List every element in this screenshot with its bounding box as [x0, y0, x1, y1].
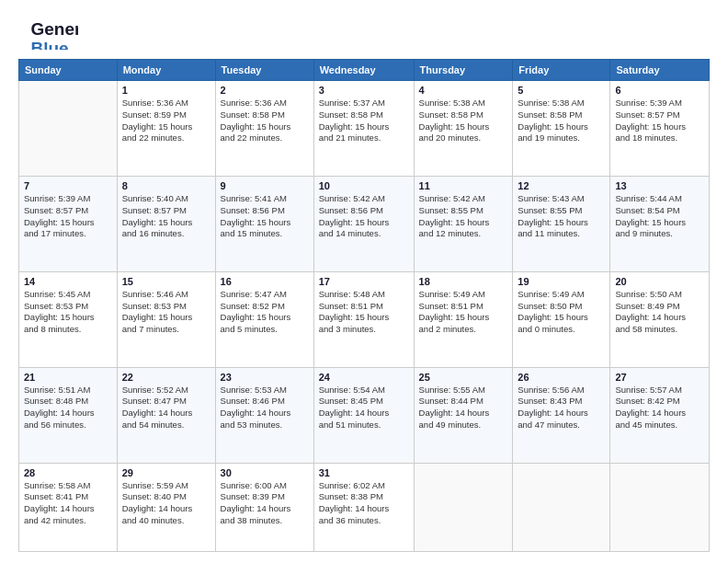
calendar-cell — [610, 463, 710, 551]
calendar-cell: 31Sunrise: 6:02 AMSunset: 8:38 PMDayligh… — [313, 463, 414, 551]
day-number: 7 — [24, 180, 112, 191]
day-number: 27 — [615, 372, 704, 383]
day-number: 28 — [24, 467, 112, 478]
day-number: 19 — [518, 276, 605, 287]
calendar-cell: 24Sunrise: 5:54 AMSunset: 8:45 PMDayligh… — [313, 367, 414, 463]
day-number: 17 — [319, 276, 409, 287]
day-info: Sunrise: 5:56 AMSunset: 8:43 PMDaylight:… — [518, 385, 605, 431]
calendar-cell: 16Sunrise: 5:47 AMSunset: 8:52 PMDayligh… — [215, 271, 313, 367]
day-info: Sunrise: 5:55 AMSunset: 8:44 PMDaylight:… — [419, 385, 508, 431]
calendar-table: SundayMondayTuesdayWednesdayThursdayFrid… — [18, 59, 710, 552]
calendar-cell: 17Sunrise: 5:48 AMSunset: 8:51 PMDayligh… — [313, 271, 414, 367]
calendar-cell: 22Sunrise: 5:52 AMSunset: 8:47 PMDayligh… — [117, 367, 215, 463]
day-info: Sunrise: 5:52 AMSunset: 8:47 PMDaylight:… — [122, 385, 210, 431]
day-number: 15 — [122, 276, 210, 287]
calendar-week-row: 7Sunrise: 5:39 AMSunset: 8:57 PMDaylight… — [19, 176, 710, 271]
day-header-thursday: Thursday — [414, 60, 513, 81]
calendar-cell: 14Sunrise: 5:45 AMSunset: 8:53 PMDayligh… — [19, 271, 118, 367]
day-number: 31 — [319, 467, 409, 478]
calendar-cell: 2Sunrise: 5:36 AMSunset: 8:58 PMDaylight… — [215, 81, 313, 177]
calendar-cell: 25Sunrise: 5:55 AMSunset: 8:44 PMDayligh… — [414, 367, 513, 463]
day-header-friday: Friday — [513, 60, 610, 81]
calendar-cell: 12Sunrise: 5:43 AMSunset: 8:55 PMDayligh… — [513, 176, 610, 271]
calendar-cell — [19, 81, 118, 177]
day-info: Sunrise: 5:41 AMSunset: 8:56 PMDaylight:… — [221, 193, 309, 240]
day-info: Sunrise: 5:53 AMSunset: 8:46 PMDaylight:… — [221, 385, 309, 431]
day-number: 13 — [615, 180, 704, 191]
calendar-cell: 13Sunrise: 5:44 AMSunset: 8:54 PMDayligh… — [610, 176, 710, 271]
calendar-cell: 23Sunrise: 5:53 AMSunset: 8:46 PMDayligh… — [215, 367, 313, 463]
day-number: 29 — [122, 467, 210, 478]
day-number: 10 — [319, 180, 409, 191]
day-number: 12 — [518, 180, 605, 191]
day-number: 6 — [615, 85, 704, 96]
calendar-cell: 18Sunrise: 5:49 AMSunset: 8:51 PMDayligh… — [414, 271, 513, 367]
calendar-cell: 3Sunrise: 5:37 AMSunset: 8:58 PMDaylight… — [313, 81, 414, 177]
calendar-cell: 5Sunrise: 5:38 AMSunset: 8:58 PMDaylight… — [513, 81, 610, 177]
day-number: 5 — [518, 85, 605, 96]
day-number: 1 — [122, 85, 210, 96]
day-info: Sunrise: 5:51 AMSunset: 8:48 PMDaylight:… — [24, 385, 112, 431]
calendar-cell — [513, 463, 610, 551]
calendar-week-row: 21Sunrise: 5:51 AMSunset: 8:48 PMDayligh… — [19, 367, 710, 463]
day-number: 20 — [615, 276, 704, 287]
calendar-cell: 21Sunrise: 5:51 AMSunset: 8:48 PMDayligh… — [19, 367, 118, 463]
day-number: 3 — [319, 85, 409, 96]
svg-text:General: General — [31, 19, 79, 39]
day-number: 25 — [419, 372, 508, 383]
day-info: Sunrise: 5:49 AMSunset: 8:50 PMDaylight:… — [518, 289, 605, 336]
calendar-cell: 30Sunrise: 6:00 AMSunset: 8:39 PMDayligh… — [215, 463, 313, 551]
header: General Blue — [18, 15, 710, 50]
day-info: Sunrise: 5:40 AMSunset: 8:57 PMDaylight:… — [122, 193, 210, 240]
day-info: Sunrise: 5:49 AMSunset: 8:51 PMDaylight:… — [419, 289, 508, 336]
day-info: Sunrise: 5:38 AMSunset: 8:58 PMDaylight:… — [518, 98, 605, 144]
day-number: 9 — [221, 180, 309, 191]
day-info: Sunrise: 5:42 AMSunset: 8:56 PMDaylight:… — [319, 193, 409, 240]
logo: General Blue — [18, 15, 82, 50]
day-info: Sunrise: 5:45 AMSunset: 8:53 PMDaylight:… — [24, 289, 112, 336]
calendar-cell: 7Sunrise: 5:39 AMSunset: 8:57 PMDaylight… — [19, 176, 118, 271]
day-info: Sunrise: 5:36 AMSunset: 8:59 PMDaylight:… — [122, 98, 210, 144]
day-info: Sunrise: 5:36 AMSunset: 8:58 PMDaylight:… — [221, 98, 309, 144]
day-info: Sunrise: 5:37 AMSunset: 8:58 PMDaylight:… — [319, 98, 409, 144]
calendar-cell: 11Sunrise: 5:42 AMSunset: 8:55 PMDayligh… — [414, 176, 513, 271]
day-header-wednesday: Wednesday — [313, 60, 414, 81]
day-number: 16 — [221, 276, 309, 287]
day-number: 24 — [319, 372, 409, 383]
day-header-tuesday: Tuesday — [215, 60, 313, 81]
calendar-cell: 1Sunrise: 5:36 AMSunset: 8:59 PMDaylight… — [117, 81, 215, 177]
calendar-cell: 6Sunrise: 5:39 AMSunset: 8:57 PMDaylight… — [610, 81, 710, 177]
calendar-week-row: 14Sunrise: 5:45 AMSunset: 8:53 PMDayligh… — [19, 271, 710, 367]
day-number: 14 — [24, 276, 112, 287]
calendar-cell: 28Sunrise: 5:58 AMSunset: 8:41 PMDayligh… — [19, 463, 118, 551]
day-info: Sunrise: 5:59 AMSunset: 8:40 PMDaylight:… — [122, 480, 210, 527]
calendar-week-row: 28Sunrise: 5:58 AMSunset: 8:41 PMDayligh… — [19, 463, 710, 551]
svg-text:Blue: Blue — [31, 39, 69, 50]
calendar-cell: 27Sunrise: 5:57 AMSunset: 8:42 PMDayligh… — [610, 367, 710, 463]
day-info: Sunrise: 6:02 AMSunset: 8:38 PMDaylight:… — [319, 480, 409, 527]
day-info: Sunrise: 5:47 AMSunset: 8:52 PMDaylight:… — [221, 289, 309, 336]
day-number: 30 — [221, 467, 309, 478]
calendar-cell: 8Sunrise: 5:40 AMSunset: 8:57 PMDaylight… — [117, 176, 215, 271]
calendar-header-row: SundayMondayTuesdayWednesdayThursdayFrid… — [19, 60, 710, 81]
day-header-monday: Monday — [117, 60, 215, 81]
day-number: 2 — [221, 85, 309, 96]
calendar-cell: 29Sunrise: 5:59 AMSunset: 8:40 PMDayligh… — [117, 463, 215, 551]
calendar-cell: 26Sunrise: 5:56 AMSunset: 8:43 PMDayligh… — [513, 367, 610, 463]
day-header-sunday: Sunday — [19, 60, 118, 81]
calendar-cell: 10Sunrise: 5:42 AMSunset: 8:56 PMDayligh… — [313, 176, 414, 271]
day-info: Sunrise: 5:39 AMSunset: 8:57 PMDaylight:… — [24, 193, 112, 240]
day-number: 26 — [518, 372, 605, 383]
day-number: 8 — [122, 180, 210, 191]
day-info: Sunrise: 5:39 AMSunset: 8:57 PMDaylight:… — [615, 98, 704, 144]
calendar-week-row: 1Sunrise: 5:36 AMSunset: 8:59 PMDaylight… — [19, 81, 710, 177]
day-number: 22 — [122, 372, 210, 383]
calendar-cell: 9Sunrise: 5:41 AMSunset: 8:56 PMDaylight… — [215, 176, 313, 271]
day-number: 21 — [24, 372, 112, 383]
calendar-cell: 4Sunrise: 5:38 AMSunset: 8:58 PMDaylight… — [414, 81, 513, 177]
day-number: 18 — [419, 276, 508, 287]
calendar-cell: 20Sunrise: 5:50 AMSunset: 8:49 PMDayligh… — [610, 271, 710, 367]
day-number: 23 — [221, 372, 309, 383]
day-info: Sunrise: 5:54 AMSunset: 8:45 PMDaylight:… — [319, 385, 409, 431]
day-number: 4 — [419, 85, 508, 96]
